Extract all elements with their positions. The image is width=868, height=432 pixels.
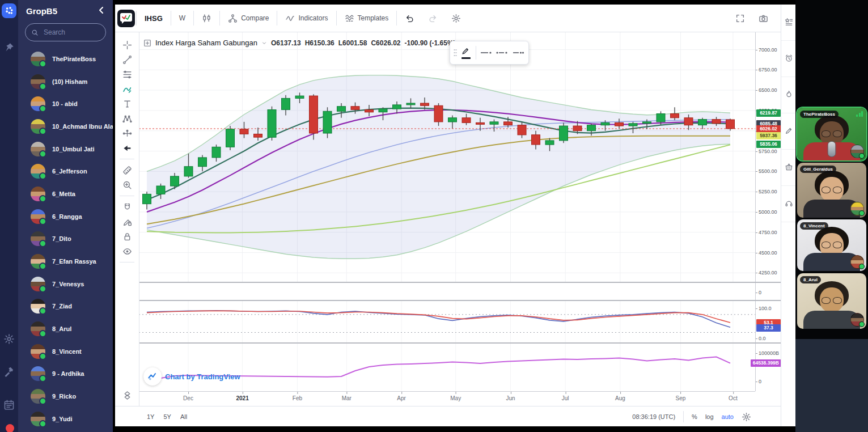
price-pane[interactable]: Index Harga Saham Gabungan O6137.13 H615… — [139, 32, 755, 282]
drag-handle[interactable] — [452, 47, 458, 58]
participant-list-item[interactable]: 7_Efan Rassya — [31, 250, 113, 273]
tool-brush[interactable] — [116, 82, 138, 96]
notification-badge[interactable] — [6, 424, 14, 432]
participant-list-item[interactable]: 7_Venesys — [31, 273, 113, 295]
panel-chat-support-button[interactable] — [782, 197, 795, 211]
snapshot-camera-button[interactable] — [752, 7, 775, 29]
empty-indicator-pane[interactable] — [139, 283, 755, 300]
tool-drawing-lock[interactable] — [116, 214, 138, 229]
gather-logo-icon[interactable] — [2, 3, 16, 18]
percent-scale-toggle[interactable]: % — [692, 413, 697, 420]
scale-settings-button[interactable] — [742, 406, 751, 426]
tradingview-watermark[interactable]: Chart by TradingView — [143, 367, 240, 386]
pane-separator[interactable] — [139, 342, 781, 344]
user-avatar — [31, 187, 45, 201]
tool-magnet[interactable] — [116, 200, 138, 214]
ideas-icon — [785, 126, 793, 135]
lock-all-icon — [122, 232, 132, 242]
log-scale-toggle[interactable]: log — [705, 413, 714, 420]
redo-button[interactable] — [421, 7, 444, 29]
tool-fib-retracement[interactable] — [116, 67, 138, 82]
legend-title[interactable]: Index Harga Saham Gabungan — [155, 39, 257, 47]
collapse-sidebar-button[interactable] — [97, 6, 106, 16]
tool-zoom-in[interactable] — [116, 177, 138, 192]
brush-color-button[interactable] — [458, 44, 473, 62]
plus-box-icon[interactable] — [143, 39, 151, 47]
templates-button[interactable]: Templates — [338, 7, 396, 29]
chart-style-button[interactable] — [195, 7, 218, 29]
tool-crosshair[interactable] — [116, 37, 138, 52]
range-all[interactable]: All — [180, 413, 187, 420]
participant-list-item[interactable]: 8_Arul — [31, 317, 113, 340]
stochastic-pane[interactable] — [139, 301, 755, 342]
participant-list-item[interactable]: 8_Vincent — [31, 340, 113, 363]
search-icon — [31, 29, 39, 36]
participant-list-item[interactable]: 9_Yudi — [31, 408, 113, 430]
interval-button[interactable]: W — [172, 7, 192, 29]
tool-lock-all[interactable] — [116, 229, 138, 244]
line-style-1-button[interactable] — [478, 44, 494, 62]
price-axis[interactable]: 7000.006750.006500.006250.006000.005750.… — [755, 32, 781, 391]
search-box[interactable] — [25, 23, 106, 41]
chart-properties-button[interactable] — [444, 7, 468, 29]
video-tile[interactable]: 8_Vincent — [797, 219, 866, 271]
screen: GropB5 ThePirateBoss(10) Hisham10 - abid… — [0, 0, 868, 432]
online-status-dot — [39, 105, 46, 112]
participant-list-item[interactable]: 6_Jefferson — [31, 160, 113, 183]
stochastic-canvas[interactable] — [139, 301, 755, 342]
tool-xabcd-pattern[interactable] — [116, 111, 138, 126]
chevron-down-icon[interactable] — [261, 40, 267, 46]
pin-button[interactable] — [1, 40, 17, 56]
tool-arrow[interactable] — [116, 141, 138, 155]
participant-list-item[interactable]: ThePirateBoss — [31, 48, 113, 70]
panel-hotlists-button[interactable] — [782, 88, 795, 103]
panel-basket-button[interactable] — [782, 160, 795, 175]
build-button[interactable] — [1, 364, 17, 380]
video-tile[interactable]: Gill_Geraldus — [797, 163, 866, 218]
video-tile[interactable]: 8_Arul — [797, 273, 866, 329]
tradingview-logo-icon[interactable] — [117, 10, 135, 27]
participant-list-item[interactable]: 10 - abid — [31, 92, 113, 115]
panel-ideas-button[interactable] — [782, 124, 795, 139]
line-style-2-button[interactable] — [494, 44, 510, 62]
indicators-button[interactable]: Indicators — [278, 7, 335, 29]
pane-separator[interactable] — [139, 282, 781, 283]
tool-forecast[interactable] — [116, 126, 138, 141]
tool-object-tree[interactable] — [116, 388, 138, 403]
tool-hide-all[interactable] — [116, 244, 138, 259]
search-input[interactable] — [43, 28, 101, 37]
panel-watchlist-button[interactable] — [782, 15, 795, 30]
tool-ruler[interactable] — [116, 163, 138, 177]
participant-list-item[interactable]: 10_Achmad Ibnu Alawi — [31, 115, 113, 138]
participant-list-item[interactable]: 6_Metta — [31, 183, 113, 205]
price-chart-canvas[interactable] — [139, 32, 755, 282]
tool-trendline[interactable] — [116, 52, 138, 67]
chat-support-icon — [785, 199, 793, 207]
pane-separator[interactable] — [139, 300, 781, 301]
toolbar-separator — [683, 411, 684, 422]
participant-list-item[interactable]: 6_Rangga — [31, 205, 113, 228]
auto-scale-toggle[interactable]: auto — [722, 413, 734, 420]
hotlists-icon — [785, 90, 793, 99]
participant-list-item[interactable]: 9_Ricko — [31, 385, 113, 408]
participant-list-item[interactable]: 7_Dito — [31, 228, 113, 251]
hammer-icon — [3, 366, 15, 378]
calendar-button[interactable] — [1, 397, 17, 413]
participant-list-item[interactable]: 7_Ziad — [31, 295, 113, 318]
compare-button[interactable]: Compare — [221, 7, 276, 29]
participant-list-item[interactable]: 9 - Ardhika — [31, 363, 113, 386]
fullscreen-button[interactable] — [729, 7, 752, 29]
settings-button[interactable] — [1, 331, 17, 347]
line-style-3-button[interactable] — [510, 44, 526, 62]
symbol-search-button[interactable]: IHSG — [138, 7, 170, 29]
tool-text[interactable] — [116, 96, 138, 111]
panel-alerts-button[interactable] — [782, 52, 795, 66]
participant-list-item[interactable]: 10_Umbul Jati — [31, 138, 113, 160]
utc-clock[interactable]: 08:36:19 (UTC) — [632, 413, 675, 420]
participant-list-item[interactable]: (10) Hisham — [31, 70, 113, 93]
undo-button[interactable] — [398, 7, 421, 29]
video-tile[interactable]: ThePirateBoss — [797, 108, 866, 160]
time-axis[interactable]: Dec2021FebMarAprMayJunJulAugSepOct — [139, 391, 755, 406]
range-5y[interactable]: 5Y — [163, 413, 171, 420]
range-1y[interactable]: 1Y — [147, 413, 154, 420]
